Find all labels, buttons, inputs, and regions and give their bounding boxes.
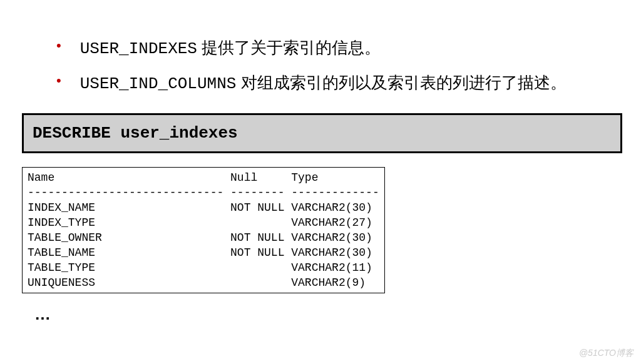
- output-row: INDEX_TYPE VARCHAR2(27): [28, 216, 372, 229]
- watermark-text: @51CTO博客: [579, 348, 633, 359]
- output-header: Name Null Type: [28, 171, 318, 184]
- bullet-text: USER_IND_COLUMNS 对组成索引的列以及索引表的列进行了描述。: [80, 69, 567, 97]
- ellipsis-text: …: [34, 305, 641, 324]
- code-identifier: USER_INDEXES: [80, 39, 197, 58]
- slide-content: • USER_INDEXES 提供了关于索引的信息。 • USER_IND_CO…: [0, 0, 641, 97]
- bullet-marker: •: [56, 69, 61, 92]
- output-row: TABLE_OWNER NOT NULL VARCHAR2(30): [28, 231, 372, 244]
- bullet-description: 对组成索引的列以及索引表的列进行了描述。: [236, 73, 566, 92]
- sql-output-box: Name Null Type -------------------------…: [22, 167, 385, 293]
- sql-command: DESCRIBE user_indexes: [33, 124, 238, 143]
- bullet-item: • USER_IND_COLUMNS 对组成索引的列以及索引表的列进行了描述。: [56, 69, 603, 97]
- output-row: UNIQUENESS VARCHAR2(9): [28, 276, 366, 289]
- output-separator: ----------------------------- -------- -…: [28, 186, 379, 199]
- bullet-text: USER_INDEXES 提供了关于索引的信息。: [80, 34, 381, 62]
- sql-code-box: DESCRIBE user_indexes: [22, 113, 622, 153]
- bullet-description: 提供了关于索引的信息。: [197, 38, 381, 57]
- code-identifier: USER_IND_COLUMNS: [80, 74, 237, 93]
- output-row: TABLE_TYPE VARCHAR2(11): [28, 261, 372, 274]
- output-row: TABLE_NAME NOT NULL VARCHAR2(30): [28, 246, 372, 259]
- output-row: INDEX_NAME NOT NULL VARCHAR2(30): [28, 201, 372, 214]
- bullet-marker: •: [56, 34, 61, 57]
- bullet-item: • USER_INDEXES 提供了关于索引的信息。: [56, 34, 603, 62]
